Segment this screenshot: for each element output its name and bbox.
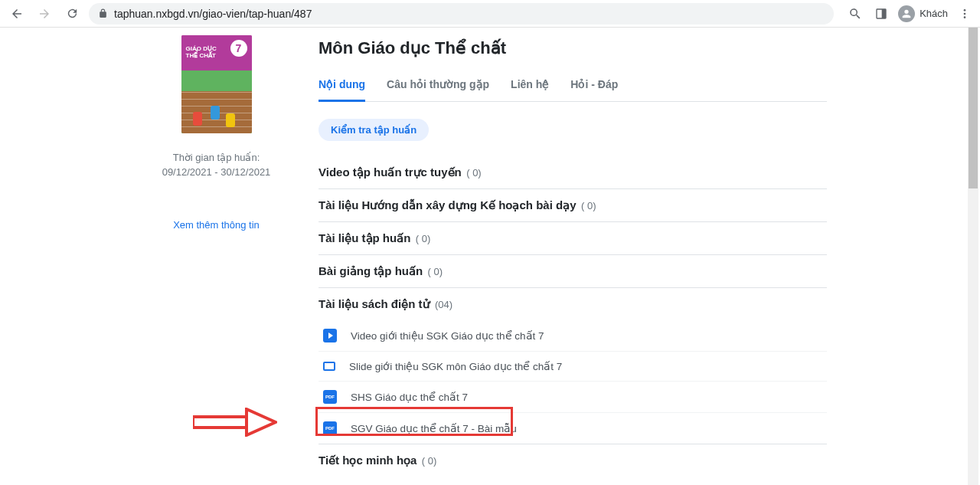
list-item[interactable]: PDF SHS Giáo dục thể chất 7	[318, 382, 827, 413]
lock-icon	[98, 8, 108, 18]
section-count: ( 0)	[416, 233, 431, 244]
training-period: Thời gian tập huấn: 09/12/2021 - 30/12/2…	[162, 152, 271, 178]
section-count: ( 0)	[428, 266, 443, 277]
more-info-link[interactable]: Xem thêm thông tin	[173, 219, 260, 231]
test-chip[interactable]: Kiểm tra tập huấn	[318, 119, 429, 141]
reload-button[interactable]	[61, 3, 83, 25]
browser-toolbar: taphuan.nxbgd.vn/giao-vien/tap-huan/487 …	[0, 0, 980, 28]
pdf-icon: PDF	[323, 390, 337, 404]
avatar-icon	[898, 5, 915, 22]
section-lectures[interactable]: Bài giảng tập huấn ( 0)	[318, 255, 827, 288]
zoom-icon[interactable]	[846, 5, 864, 23]
url-text: taphuan.nxbgd.vn/giao-vien/tap-huan/487	[114, 8, 312, 20]
svg-point-2	[964, 9, 966, 11]
ebook-list: Video giới thiệu SGK Giáo dục thể chất 7…	[318, 320, 827, 444]
pdf-icon: PDF	[323, 421, 337, 435]
book-cover-title: GIÁO DỤC THỂ CHẤT	[186, 46, 217, 60]
section-title: Tài liệu sách điện tử	[318, 297, 430, 310]
section-title: Tài liệu tập huấn	[318, 231, 410, 244]
kebab-menu-icon[interactable]	[956, 5, 974, 23]
book-cover-number: 7	[230, 40, 247, 57]
period-label: Thời gian tập huấn:	[162, 152, 271, 163]
section-training-docs[interactable]: Tài liệu tập huấn ( 0)	[318, 222, 827, 255]
section-count: (04)	[435, 299, 452, 310]
svg-rect-5	[193, 417, 247, 428]
list-item[interactable]: Slide giới thiệu SGK môn Giáo dục thể ch…	[318, 352, 827, 382]
section-title: Tiết học minh họa	[318, 454, 416, 467]
page-title: Môn Giáo dục Thể chất	[318, 38, 827, 58]
tab-hoi-dap[interactable]: Hỏi - Đáp	[570, 72, 618, 101]
tab-bar: Nội dung Câu hỏi thường gặp Liên hệ Hỏi …	[318, 72, 827, 102]
toolbar-right: Khách	[846, 5, 974, 23]
tab-faq[interactable]: Câu hỏi thường gặp	[387, 72, 489, 101]
svg-point-4	[964, 16, 966, 18]
section-title: Tài liệu Hướng dẫn xây dựng Kế hoạch bài…	[318, 198, 577, 211]
vertical-scrollbar[interactable]	[968, 28, 978, 485]
slide-icon	[323, 362, 335, 371]
svg-rect-1	[882, 9, 886, 18]
svg-point-3	[964, 12, 966, 15]
annotation-arrow	[193, 408, 277, 437]
section-video-online[interactable]: Video tập huấn trực tuyến ( 0)	[318, 156, 827, 189]
back-button[interactable]	[6, 3, 28, 25]
section-lesson-plan[interactable]: Tài liệu Hướng dẫn xây dựng Kế hoạch bài…	[318, 189, 827, 222]
section-demo-lesson[interactable]: Tiết học minh họa ( 0)	[318, 444, 827, 467]
section-title: Bài giảng tập huấn	[318, 264, 423, 277]
section-title: Video tập huấn trực tuyến	[318, 165, 462, 179]
svg-marker-6	[247, 409, 276, 435]
page-body: GIÁO DỤC THỂ CHẤT 7 Thời gian tập huấn: …	[0, 28, 980, 485]
section-count: ( 0)	[422, 455, 437, 467]
book-cover[interactable]: GIÁO DỤC THỂ CHẤT 7	[181, 35, 252, 133]
item-label: Video giới thiệu SGK Giáo dục thể chất 7	[351, 329, 544, 342]
item-label: Slide giới thiệu SGK môn Giáo dục thể ch…	[349, 360, 562, 372]
tab-noi-dung[interactable]: Nội dung	[318, 72, 365, 102]
video-icon	[323, 329, 337, 342]
profile-chip[interactable]: Khách	[898, 5, 948, 22]
tab-lien-he[interactable]: Liên hệ	[511, 72, 549, 101]
profile-label: Khách	[920, 8, 948, 19]
section-count: ( 0)	[466, 167, 482, 179]
address-bar[interactable]: taphuan.nxbgd.vn/giao-vien/tap-huan/487	[89, 3, 834, 25]
scrollbar-thumb[interactable]	[969, 28, 978, 188]
list-item[interactable]: PDF SGV Giáo dục thể chất 7 - Bài mẫu	[318, 413, 827, 444]
period-value: 09/12/2021 - 30/12/2021	[162, 166, 271, 178]
section-count: ( 0)	[581, 200, 596, 211]
main-content: Môn Giáo dục Thể chất Nội dung Câu hỏi t…	[306, 35, 980, 485]
forward-button[interactable]	[34, 3, 55, 25]
item-label: SGV Giáo dục thể chất 7 - Bài mẫu	[351, 422, 517, 434]
list-item[interactable]: Video giới thiệu SGK Giáo dục thể chất 7	[318, 320, 827, 352]
section-ebooks-header[interactable]: Tài liệu sách điện tử (04)	[318, 288, 827, 314]
panel-icon[interactable]	[872, 5, 890, 23]
item-label: SHS Giáo dục thể chất 7	[351, 391, 468, 403]
